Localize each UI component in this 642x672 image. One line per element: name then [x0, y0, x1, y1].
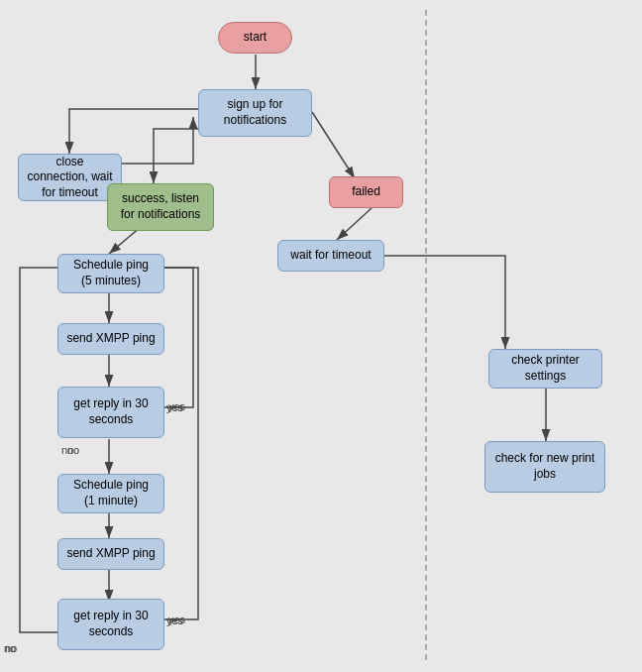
schedule-ping-1-node: Schedule ping (1 minute) [57, 474, 164, 513]
send-xmpp-1-node: send XMPP ping [57, 323, 164, 355]
start-node: start [218, 22, 292, 54]
get-reply-2-node: get reply in 30 seconds [57, 599, 164, 650]
diagram-container: yes no yes no start sign up for notifica… [0, 0, 642, 672]
yes-label-1-display: yes [168, 400, 185, 412]
schedule-ping-5-node: Schedule ping (5 minutes) [57, 254, 164, 293]
svg-line-4 [337, 208, 372, 240]
get-reply-1-node: get reply in 30 seconds [57, 387, 164, 438]
failed-node: failed [329, 176, 403, 208]
no-label-2-display: no [4, 642, 16, 654]
check-print-jobs-node: check for new print jobs [484, 441, 605, 493]
success-node: success, listen for notifications [107, 183, 214, 231]
no-label-1-display: no [61, 444, 73, 456]
sign-up-node: sign up for notifications [198, 89, 312, 137]
wait-timeout-node: wait for timeout [277, 240, 384, 272]
yes-label-2-display: yes [168, 614, 185, 625]
svg-line-3 [312, 112, 355, 178]
send-xmpp-2-node: send XMPP ping [57, 538, 164, 570]
check-printer-node: check printer settings [488, 349, 602, 389]
